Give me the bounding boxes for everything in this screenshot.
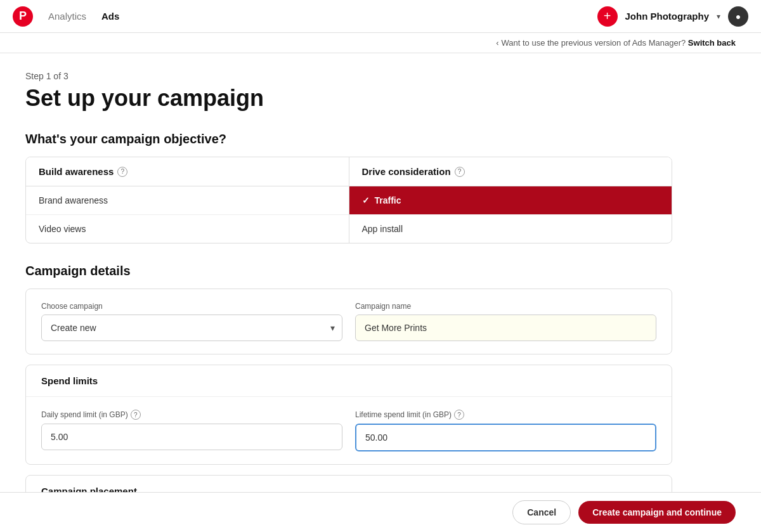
prev-version-text: Want to use the previous version of Ads … bbox=[501, 38, 686, 48]
daily-spend-label: Daily spend limit (in GBP) ? bbox=[41, 410, 342, 420]
main-content: Step 1 of 3 Set up your campaign What's … bbox=[0, 53, 698, 532]
build-awareness-help-icon[interactable]: ? bbox=[117, 167, 127, 177]
spend-limits-row: Daily spend limit (in GBP) ? Lifetime sp… bbox=[41, 410, 656, 451]
objective-video-views[interactable]: Video views bbox=[26, 215, 349, 243]
ads-nav-link[interactable]: Ads bbox=[101, 11, 119, 22]
account-name: John Photography bbox=[625, 11, 710, 22]
nav-left: P Analytics Ads bbox=[13, 6, 119, 27]
objective-columns: Build awareness ? Brand awareness Video … bbox=[26, 157, 672, 243]
pinterest-logo[interactable]: P bbox=[13, 6, 33, 27]
analytics-nav-link[interactable]: Analytics bbox=[48, 11, 86, 22]
top-navigation: P Analytics Ads + John Photography ▾ ● bbox=[0, 0, 761, 33]
traffic-label: Traffic bbox=[375, 195, 401, 205]
objective-grid: Build awareness ? Brand awareness Video … bbox=[25, 157, 672, 243]
chevron-left-icon: ‹ bbox=[496, 38, 498, 48]
create-campaign-button[interactable]: Create campaign and continue bbox=[578, 501, 736, 524]
choose-campaign-label: Choose campaign bbox=[41, 302, 342, 311]
prev-version-bar: ‹ Want to use the previous version of Ad… bbox=[0, 33, 761, 53]
campaign-form-row: Choose campaign Create new ▾ Campaign na… bbox=[41, 302, 656, 341]
objective-traffic[interactable]: ✓ Traffic bbox=[349, 186, 672, 215]
lifetime-spend-input[interactable] bbox=[355, 424, 656, 451]
drive-consideration-header: Drive consideration ? bbox=[349, 157, 672, 186]
bottom-action-bar: Cancel Create campaign and continue bbox=[0, 492, 761, 532]
campaign-details-section: Campaign details Choose campaign Create … bbox=[25, 264, 672, 507]
build-awareness-header: Build awareness ? bbox=[26, 157, 349, 186]
drive-consideration-column: Drive consideration ? ✓ Traffic App inst… bbox=[349, 157, 672, 243]
lifetime-spend-label: Lifetime spend limit (in GBP) ? bbox=[355, 410, 656, 420]
build-awareness-column: Build awareness ? Brand awareness Video … bbox=[26, 157, 349, 243]
daily-spend-group: Daily spend limit (in GBP) ? bbox=[41, 410, 342, 451]
campaign-details-card: Choose campaign Create new ▾ Campaign na… bbox=[25, 289, 672, 354]
campaign-objective-section: What's your campaign objective? Build aw… bbox=[25, 132, 672, 243]
choose-campaign-group: Choose campaign Create new ▾ bbox=[41, 302, 342, 341]
daily-spend-help-icon[interactable]: ? bbox=[131, 410, 141, 420]
nav-right: + John Photography ▾ ● bbox=[597, 6, 749, 27]
add-account-button[interactable]: + bbox=[597, 6, 618, 27]
spend-limits-header: Spend limits bbox=[26, 365, 672, 397]
spend-limits-card: Spend limits Daily spend limit (in GBP) … bbox=[25, 365, 672, 465]
daily-spend-input[interactable] bbox=[41, 424, 342, 450]
lifetime-spend-help-icon[interactable]: ? bbox=[454, 410, 464, 420]
campaign-name-input[interactable] bbox=[355, 315, 656, 341]
step-label: Step 1 of 3 bbox=[25, 71, 672, 81]
campaign-name-group: Campaign name bbox=[355, 302, 656, 341]
campaign-details-title: Campaign details bbox=[25, 264, 672, 278]
choose-campaign-select[interactable]: Create new bbox=[41, 315, 342, 341]
objective-section-title: What's your campaign objective? bbox=[25, 132, 672, 146]
build-awareness-label: Build awareness bbox=[39, 166, 114, 177]
objective-brand-awareness[interactable]: Brand awareness bbox=[26, 186, 349, 215]
choose-campaign-select-wrapper: Create new ▾ bbox=[41, 315, 342, 341]
campaign-details-body: Choose campaign Create new ▾ Campaign na… bbox=[26, 289, 672, 354]
account-chevron-icon[interactable]: ▾ bbox=[717, 12, 720, 21]
switch-back-link[interactable]: Switch back bbox=[688, 38, 736, 48]
drive-consideration-help-icon[interactable]: ? bbox=[455, 167, 465, 177]
traffic-check-icon: ✓ bbox=[362, 195, 370, 205]
drive-consideration-label: Drive consideration bbox=[362, 166, 451, 177]
cancel-button[interactable]: Cancel bbox=[512, 500, 571, 524]
objective-app-install[interactable]: App install bbox=[349, 215, 672, 243]
profile-icon[interactable]: ● bbox=[728, 6, 748, 27]
campaign-name-label: Campaign name bbox=[355, 302, 656, 311]
lifetime-spend-group: Lifetime spend limit (in GBP) ? bbox=[355, 410, 656, 451]
page-title: Set up your campaign bbox=[25, 85, 672, 112]
spend-limits-body: Daily spend limit (in GBP) ? Lifetime sp… bbox=[26, 397, 672, 464]
